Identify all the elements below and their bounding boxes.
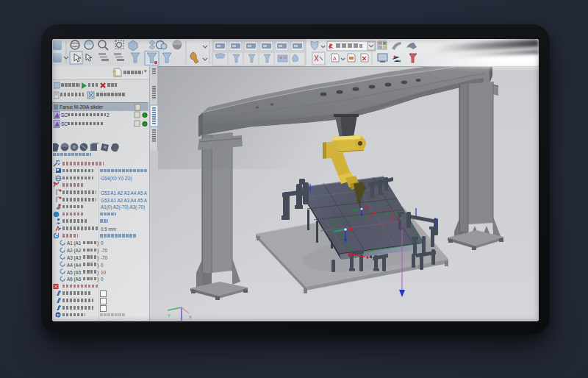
svg-text:A: A [333, 56, 337, 61]
svg-text:X: X [189, 315, 192, 319]
svg-text:P: P [57, 313, 60, 317]
svg-text:Y: Y [168, 313, 171, 318]
